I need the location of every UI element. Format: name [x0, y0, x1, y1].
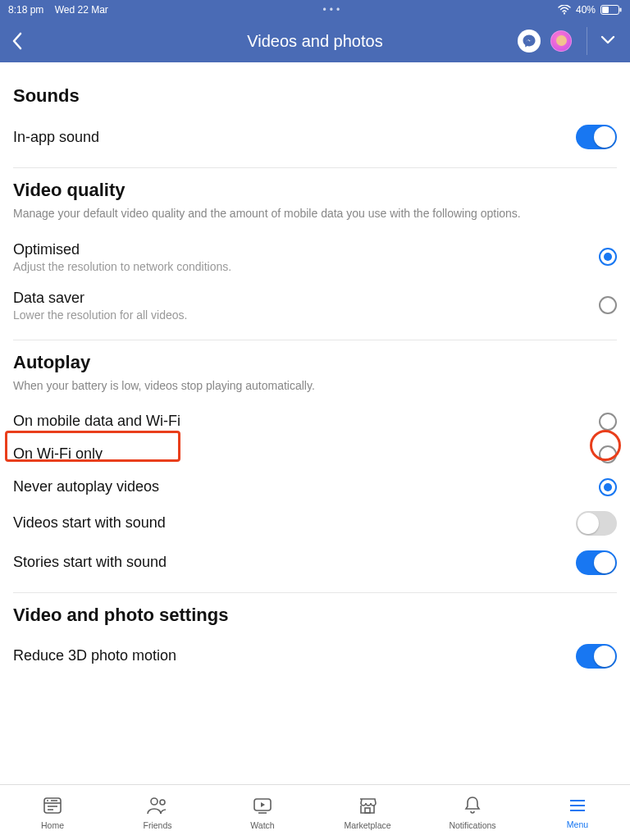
row-autoplay-mobile-wifi[interactable]: On mobile data and Wi-Fi: [13, 405, 617, 438]
row-videos-sound[interactable]: Videos start with sound: [13, 504, 617, 543]
tab-marketplace[interactable]: Marketplace: [315, 785, 420, 840]
svg-rect-3: [602, 7, 609, 13]
home-icon: [42, 795, 63, 818]
section-title-video-quality: Video quality: [13, 180, 617, 201]
row-reduce-3d[interactable]: Reduce 3D photo motion: [13, 636, 617, 677]
tab-menu[interactable]: Menu: [525, 785, 630, 840]
autoplay-opt2-radio[interactable]: [599, 445, 617, 463]
reduce3d-switch[interactable]: [576, 644, 617, 669]
watch-icon: [252, 795, 273, 818]
tab-marketplace-label: Marketplace: [344, 820, 390, 830]
nav-bar: Videos and photos: [0, 20, 630, 62]
optimised-sub: Adjust the resolution to network conditi…: [13, 260, 591, 273]
svg-point-10: [151, 798, 158, 805]
messenger-button[interactable]: [518, 30, 541, 52]
bell-icon: [463, 795, 482, 818]
row-inapp-sound[interactable]: In-app sound: [13, 116, 617, 158]
friends-icon: [146, 795, 169, 818]
svg-point-6: [47, 800, 48, 801]
optimised-label: Optimised: [13, 241, 591, 258]
tab-home[interactable]: Home: [0, 785, 105, 840]
tab-friends-label: Friends: [143, 820, 171, 830]
tab-bar: Home Friends Watch Marketplace Notificat…: [0, 784, 630, 840]
status-date: Wed 22 Mar: [55, 4, 108, 16]
autoplay-opt1-radio[interactable]: [599, 413, 617, 431]
inapp-sound-label: In-app sound: [13, 129, 568, 146]
autoplay-opt1-label: On mobile data and Wi-Fi: [13, 413, 591, 430]
divider: [13, 592, 617, 593]
svg-rect-14: [365, 808, 370, 813]
row-datasaver[interactable]: Data saver Lower the resolution for all …: [13, 281, 617, 330]
section-sub-video-quality: Manage your default video quality and th…: [13, 206, 617, 221]
battery-icon: [600, 5, 622, 15]
stories-sound-switch[interactable]: [576, 550, 617, 575]
wifi-icon: [558, 5, 571, 15]
tab-notifications-label: Notifications: [449, 820, 495, 830]
nav-divider: [587, 27, 587, 55]
datasaver-radio[interactable]: [599, 296, 617, 314]
row-stories-sound[interactable]: Stories start with sound: [13, 543, 617, 582]
tab-home-label: Home: [41, 820, 64, 830]
autoplay-opt3-radio[interactable]: [599, 478, 617, 496]
tab-notifications[interactable]: Notifications: [420, 785, 525, 840]
status-time: 8:18 pm: [8, 4, 43, 16]
status-time-date: 8:18 pm Wed 22 Mar: [8, 4, 108, 16]
row-optimised[interactable]: Optimised Adjust the resolution to netwo…: [13, 233, 617, 281]
autoplay-opt2-label: On Wi-Fi only: [13, 445, 591, 463]
datasaver-sub: Lower the resolution for all videos.: [13, 308, 591, 322]
svg-rect-2: [620, 8, 622, 12]
tab-watch[interactable]: Watch: [210, 785, 315, 840]
back-button[interactable]: [11, 29, 36, 53]
multitask-dots: •••: [108, 4, 558, 16]
stories-sound-label: Stories start with sound: [13, 554, 568, 571]
profile-avatar[interactable]: [550, 30, 572, 52]
divider: [13, 167, 617, 168]
tab-watch-label: Watch: [250, 820, 274, 830]
videos-sound-switch[interactable]: [576, 511, 617, 536]
autoplay-opt3-label: Never autoplay videos: [13, 478, 591, 495]
videos-sound-label: Videos start with sound: [13, 514, 568, 532]
section-title-autoplay: Autoplay: [13, 352, 617, 373]
svg-point-0: [564, 12, 565, 14]
optimised-radio[interactable]: [599, 248, 617, 266]
status-bar: 8:18 pm Wed 22 Mar ••• 40%: [0, 0, 630, 20]
row-autoplay-never[interactable]: Never autoplay videos: [13, 471, 617, 504]
menu-icon: [568, 796, 587, 817]
marketplace-icon: [357, 795, 378, 818]
settings-content: Sounds In-app sound Video quality Manage…: [0, 62, 630, 784]
section-title-video-photo: Video and photo settings: [13, 605, 617, 626]
tab-friends[interactable]: Friends: [105, 785, 210, 840]
section-title-sounds: Sounds: [13, 85, 617, 107]
chevron-down-icon[interactable]: [597, 34, 619, 48]
tab-menu-label: Menu: [567, 819, 588, 829]
section-sub-autoplay: When your battery is low, videos stop pl…: [13, 378, 617, 394]
status-battery-pct: 40%: [576, 4, 596, 16]
svg-point-11: [160, 800, 165, 805]
row-autoplay-wifi-only[interactable]: On Wi-Fi only: [13, 438, 617, 471]
divider: [13, 340, 617, 340]
inapp-sound-switch[interactable]: [576, 125, 617, 149]
reduce3d-label: Reduce 3D photo motion: [13, 647, 568, 664]
datasaver-label: Data saver: [13, 290, 591, 307]
